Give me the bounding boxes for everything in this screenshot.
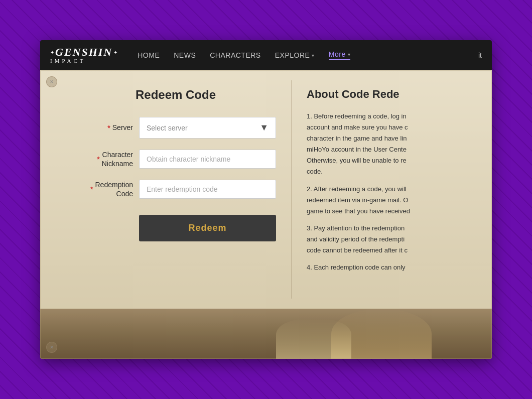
explore-chevron-icon: ▾: [312, 53, 315, 58]
logo-bottom-text: Impact: [50, 58, 86, 64]
redeem-panel: Redeem Code * Server Select server ▼: [65, 80, 292, 299]
nav-explore[interactable]: EXPLORE ▾: [275, 51, 315, 59]
nav-news[interactable]: NEWS: [174, 51, 196, 59]
redeem-title: Redeem Code: [75, 88, 276, 102]
browser-window: ✦ Genshin ✦ Impact HOME NEWS CHARACTERS …: [40, 40, 492, 359]
server-label: Server: [112, 123, 133, 132]
logo[interactable]: ✦ Genshin ✦ Impact: [50, 47, 117, 64]
logo-star-right: ✦: [113, 50, 117, 55]
server-input-area: Select server ▼: [139, 117, 276, 139]
redemption-label: RedemptionCode: [95, 180, 134, 198]
nav-characters[interactable]: CHARACTERS: [210, 51, 260, 59]
character-required-star: *: [97, 155, 99, 163]
logo-top-text: Genshin: [55, 47, 112, 58]
redemption-required-star: *: [90, 185, 93, 193]
main-content: × Redeem Code * Server Select server ▼: [40, 70, 492, 359]
navbar: ✦ Genshin ✦ Impact HOME NEWS CHARACTERS …: [40, 40, 492, 70]
character-label-area: * CharacterNickname: [75, 150, 133, 168]
info-paragraph-4: 4. Each redemption code can only: [307, 262, 467, 273]
nav-links: HOME NEWS CHARACTERS EXPLORE ▾ More ▾: [138, 50, 463, 60]
nav-right-text: it: [478, 51, 482, 59]
logo-star-left: ✦: [50, 50, 54, 55]
info-paragraph-1: 1. Before redeeming a code, log in accou…: [307, 111, 467, 178]
redemption-input-area: [139, 180, 276, 199]
info-text: 1. Before redeeming a code, log in accou…: [307, 111, 467, 273]
button-container: Redeem: [75, 210, 276, 241]
redemption-code-input[interactable]: [139, 180, 276, 199]
character-label: CharacterNickname: [102, 150, 133, 168]
info-paragraph-3: 3. Pay attention to the redemption and v…: [307, 223, 467, 256]
close-button-bottom[interactable]: ×: [46, 342, 57, 353]
redemption-label-area: * RedemptionCode: [75, 180, 133, 198]
character-nickname-input[interactable]: [139, 150, 276, 169]
server-select[interactable]: Select server ▼: [139, 117, 276, 139]
nav-more[interactable]: More ▾: [329, 50, 350, 60]
content-body: Redeem Code * Server Select server ▼: [40, 70, 492, 309]
server-dropdown-arrow-icon: ▼: [259, 122, 269, 133]
close-button-top[interactable]: ×: [46, 76, 57, 87]
character-silhouette-2: [276, 319, 351, 359]
server-select-placeholder: Select server: [147, 124, 188, 132]
server-label-area: * Server: [75, 123, 133, 132]
nav-home[interactable]: HOME: [138, 51, 160, 59]
server-required-star: *: [107, 124, 110, 132]
info-panel: About Code Rede 1. Before redeeming a co…: [292, 80, 477, 299]
character-row: * CharacterNickname: [75, 150, 276, 169]
more-chevron-icon: ▾: [348, 52, 351, 57]
bottom-image: [40, 309, 492, 359]
info-title: About Code Rede: [307, 88, 467, 101]
server-row: * Server Select server ▼: [75, 117, 276, 139]
redeem-button[interactable]: Redeem: [139, 215, 276, 241]
character-input-area: [139, 150, 276, 169]
info-paragraph-2: 2. After redeeming a code, you will rede…: [307, 184, 467, 217]
redemption-row: * RedemptionCode: [75, 180, 276, 199]
